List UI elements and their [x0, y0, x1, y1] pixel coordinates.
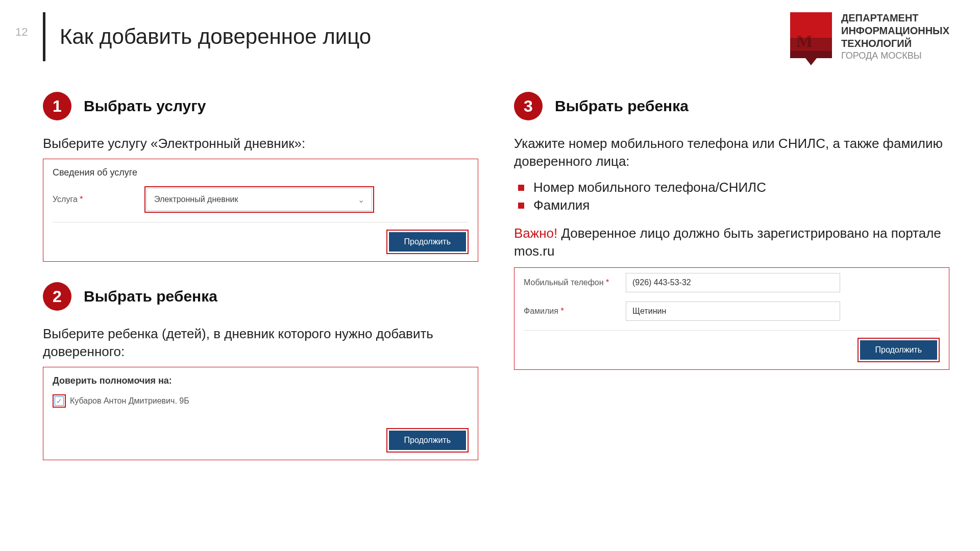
- step-1-title: Выбрать услугу: [84, 97, 206, 115]
- phone-input[interactable]: (926) 443-53-32: [626, 273, 840, 292]
- step-1-panel-title: Сведения об услуге: [53, 167, 469, 178]
- step-2-instruction: Выберите ребенка (детей), в дневник кото…: [43, 325, 478, 361]
- service-label: Услуга *: [53, 195, 134, 204]
- step-3-instruction: Укажите номер мобильного телефона или СН…: [514, 135, 949, 170]
- step-2-panel: Доверить полномочия на: ✓ Кубаров Антон …: [43, 367, 478, 460]
- logo-line4: ГОРОДА МОСКВЫ: [841, 51, 949, 61]
- logo-line1: ДЕПАРТАМЕНТ: [841, 12, 949, 24]
- surname-label: Фамилия *: [524, 307, 616, 316]
- step-2-title: Выбрать ребенка: [84, 288, 217, 305]
- step-3-title: Выбрать ребенка: [555, 97, 689, 115]
- continue-button-step2[interactable]: Продолжить: [389, 431, 466, 450]
- bullet-surname: Фамилия: [514, 197, 949, 213]
- logo-line2: ИНФОРМАЦИОННЫХ: [841, 25, 949, 37]
- continue-button-step3[interactable]: Продолжить: [860, 340, 937, 360]
- header-logo: M ДЕПАРТАМЕНТ ИНФОРМАЦИОННЫХ ТЕХНОЛОГИЙ …: [790, 12, 949, 63]
- child-checkbox[interactable]: ✓: [55, 396, 64, 406]
- step-2-panel-title: Доверить полномочия на:: [53, 375, 469, 386]
- page-title: Как добавить доверенное лицо: [60, 24, 371, 49]
- bullet-phone-snils: Номер мобильного телефона/СНИЛС: [514, 180, 949, 195]
- child-name: Кубаров Антон Дмитриевич. 9Б: [70, 396, 189, 406]
- square-bullet-icon: [518, 203, 524, 209]
- step-1-instruction: Выберите услугу «Электронный дневник»:: [43, 135, 478, 153]
- square-bullet-icon: [518, 185, 524, 191]
- step-1-badge: 1: [43, 92, 71, 120]
- step-3-panel: Мобильный телефон * (926) 443-53-32 Фами…: [514, 267, 949, 370]
- step-2-badge: 2: [43, 282, 71, 311]
- service-select[interactable]: Электронный дневник ⌄: [146, 188, 372, 211]
- step-3-warning: Важно! Доверенное лицо должно быть зарег…: [514, 224, 949, 260]
- page-number: 12: [15, 26, 28, 39]
- logo-line3: ТЕХНОЛОГИЙ: [841, 38, 949, 49]
- step-3-badge: 3: [514, 92, 543, 120]
- shield-icon: M: [790, 12, 832, 63]
- step-1-panel: Сведения об услуге Услуга * Электронный …: [43, 159, 478, 262]
- phone-label: Мобильный телефон *: [524, 278, 616, 287]
- surname-input[interactable]: Щетинин: [626, 302, 840, 321]
- chevron-down-icon: ⌄: [358, 195, 364, 205]
- continue-button-step1[interactable]: Продолжить: [389, 232, 466, 252]
- service-select-value: Электронный дневник: [154, 195, 238, 204]
